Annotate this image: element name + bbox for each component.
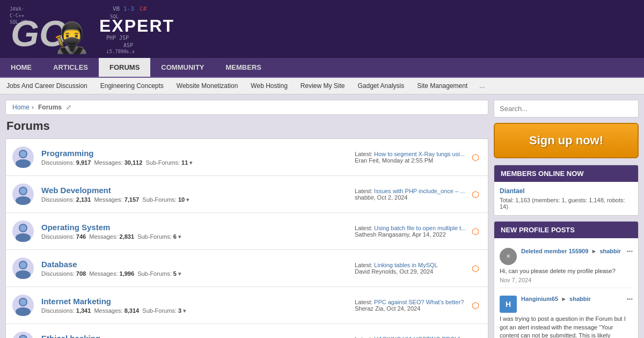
forum-icon-programming [11,145,35,169]
latest-link-programming[interactable]: How to segment X-Ray lungs usi... [374,151,465,157]
svg-point-26 [20,225,26,231]
breadcrumb-sep1: › [32,104,34,111]
forum-latest-database: Latest: Linking tables in MySQL David Re… [349,262,467,275]
forum-name-hacking[interactable]: Ethical hacking [41,334,349,339]
forum-info-hacking: Ethical hacking Discussions: 1,256 Messa… [41,334,349,339]
svg-point-17 [16,159,31,168]
search-input[interactable] [494,100,639,117]
subnav-monetization[interactable]: Website Monetization [170,78,245,94]
forum-item-database: Database Discussions: 708 Messages: 1,99… [6,250,488,287]
forum-name-marketing[interactable]: Internet Marketing [41,297,349,306]
profile-post-header-1: H Hanginium65 ► shabbir ••• [500,296,633,313]
forum-item-marketing: Internet Marketing Discussions: 1,341 Me… [6,287,488,324]
rss-icon-marketing[interactable]: ⬡ [472,300,482,311]
forum-item-hacking: Ethical hacking Discussions: 1,256 Messa… [6,324,488,338]
subnav-engineering[interactable]: Engineering Concepts [94,78,170,94]
search-container [494,100,639,117]
nav-community[interactable]: COMMUNITY [150,58,215,77]
latest-link-webdev[interactable]: Issues with PHP include_once – ... [374,188,465,194]
forum-stats-webdev: Discussions: 2,131 Messages: 7,157 Sub-F… [41,196,349,203]
forum-item-webdev: Web Development Discussions: 2,131 Messa… [6,176,488,213]
subnav-gadget[interactable]: Gadget Analysis [352,78,411,94]
svg-point-29 [16,270,31,279]
svg-text:i5.7890: i5.7890 [106,49,127,54]
subnav-site-mgmt[interactable]: Site Management [411,78,474,94]
post-body-1: I was trying to post a question in the F… [500,315,633,338]
forum-name-database[interactable]: Database [41,260,349,269]
rss-icon-database[interactable]: ⬡ [472,263,482,274]
forum-name-os[interactable]: Operating System [41,223,349,232]
main-nav: HOME ARTICLES FORUMS COMMUNITY MEMBERS [0,58,644,78]
nav-home[interactable]: HOME [0,58,42,77]
forum-latest-webdev: Latest: Issues with PHP include_once – .… [349,188,467,201]
svg-text:JAVA·: JAVA· [10,6,24,12]
latest-link-os[interactable]: Using batch file to open multiple t... [374,225,466,231]
post-meta-0: Deleted member 155909 ► shabbir ••• [521,248,633,254]
latest-link-database[interactable]: Linking tables in MySQL [374,262,438,268]
svg-point-34 [20,299,26,305]
svg-text:C#: C# [140,5,147,12]
svg-point-30 [20,262,26,268]
avatar-hanginium65: H [500,296,517,313]
post-arrow-1: ► [561,296,567,302]
subforum-expand-marketing[interactable]: ▾ [183,307,186,314]
forum-stats-os: Discussions: 746 Messages: 2,831 Sub-For… [41,233,349,240]
subforum-expand-programming[interactable]: ▾ [189,159,193,166]
nav-articles[interactable]: ARTICLES [42,58,99,77]
post-from-0: Deleted member 155909 [521,248,588,254]
breadcrumb-forums: Forums [38,104,62,111]
online-member-link[interactable]: Diantael [500,187,525,195]
subnav-more[interactable]: ... [474,78,490,94]
expand-icon[interactable]: ⤢ [66,104,71,111]
forum-latest-programming: Latest: How to segment X-Ray lungs usi..… [349,151,467,164]
svg-text:ASP: ASP [123,42,133,48]
site-header: JAVA· C·C++ SQL VB VB 1-3 C# SQL GO 🥷 EX… [0,0,644,58]
subnav-hosting[interactable]: Web Hosting [244,78,294,94]
rss-icon-os[interactable]: ⬡ [472,226,482,237]
post-dots-0[interactable]: ••• [626,248,633,254]
members-online-box: MEMBERS ONLINE NOW Diantael Total: 1,163… [494,165,639,216]
svg-text:EXPERT: EXPERT [99,16,174,35]
signup-button[interactable]: Sign up now! [494,123,639,158]
svg-point-22 [20,188,26,194]
forum-info-programming: Programming Discussions: 9,917 Messages:… [41,149,349,166]
forum-name-webdev[interactable]: Web Development [41,186,349,195]
forum-latest-os: Latest: Using batch file to open multipl… [349,225,467,238]
new-profile-posts-title: NEW PROFILE POSTS [494,222,638,238]
rss-icon-programming[interactable]: ⬡ [472,152,482,163]
forum-icon-database [11,256,35,280]
post-dots-1[interactable]: ••• [626,296,633,302]
subforum-expand-os[interactable]: ▾ [178,233,181,240]
profile-post-0: ✕ Deleted member 155909 ► shabbir ••• Hi… [500,244,633,288]
forum-latest-hacking: Latest: HACKING VIA HOSTING PROVI... ilg… [349,336,467,338]
forum-name-programming[interactable]: Programming [41,149,349,158]
page-title: Forums [6,119,488,133]
subforum-expand-database[interactable]: ▾ [178,270,181,277]
subnav-jobs[interactable]: Jobs And Career Discussion [0,78,94,94]
nav-forums[interactable]: FORUMS [99,58,150,77]
svg-point-18 [20,151,26,157]
logo-svg: JAVA· C·C++ SQL VB VB 1-3 C# SQL GO 🥷 EX… [5,2,182,56]
forum-list: Programming Discussions: 9,917 Messages:… [5,138,488,338]
post-arrow-0: ► [591,248,597,254]
rss-icon-webdev[interactable]: ⬡ [472,189,482,200]
members-online-title: MEMBERS ONLINE NOW [494,165,638,182]
latest-link-marketing[interactable]: PPC against SEO? What's better? [374,299,464,305]
profile-post-1: H Hanginium65 ► shabbir ••• I was trying… [500,291,633,338]
logo[interactable]: JAVA· C·C++ SQL VB VB 1-3 C# SQL GO 🥷 EX… [5,2,182,56]
nav-members[interactable]: MEMBERS [215,58,272,77]
subnav-review[interactable]: Review My Site [294,78,352,94]
forum-icon-os [11,219,35,243]
main-content: Home › Forums ⤢ Forums Program [5,100,488,338]
forum-info-database: Database Discussions: 708 Messages: 1,99… [41,260,349,277]
forum-stats-programming: Discussions: 9,917 Messages: 30,112 Sub-… [41,159,349,166]
forum-info-os: Operating System Discussions: 746 Messag… [41,223,349,240]
subforum-expand-webdev[interactable]: ▾ [186,196,189,203]
breadcrumb-home[interactable]: Home [12,104,30,111]
sidebar: Sign up now! MEMBERS ONLINE NOW Diantael… [494,100,639,338]
post-from-1: Hanginium65 [521,296,558,302]
forum-stats-database: Discussions: 708 Messages: 1,996 Sub-For… [41,270,349,277]
latest-link-hacking[interactable]: HACKING VIA HOSTING PROVI... [374,336,465,338]
avatar-deleted: ✕ [500,248,517,265]
forum-info-webdev: Web Development Discussions: 2,131 Messa… [41,186,349,203]
